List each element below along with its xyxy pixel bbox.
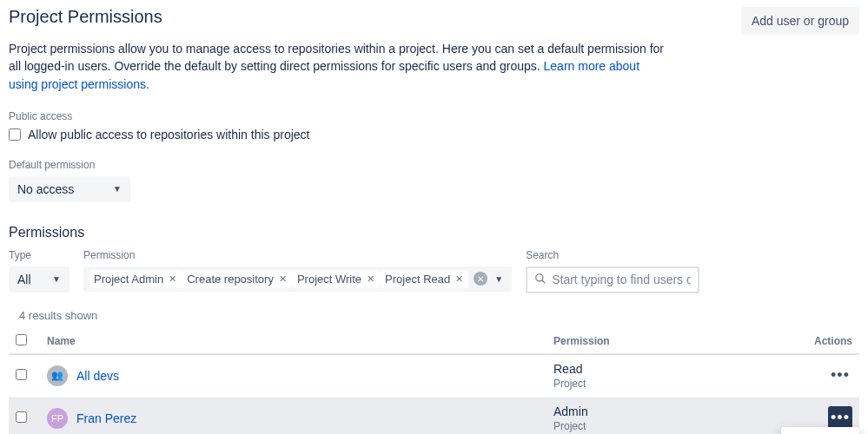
column-permission: Permission: [547, 329, 807, 354]
avatar: 👥: [47, 365, 68, 386]
public-access-checkbox[interactable]: [9, 128, 21, 141]
table-row: 👥All devsReadProject•••: [9, 354, 859, 398]
select-all-checkbox[interactable]: [16, 334, 27, 345]
table-row: FPFran PerezAdminProject•••EditRemove: [9, 397, 859, 434]
filter-chip: Project Write✕: [292, 270, 380, 288]
search-icon: [534, 273, 547, 287]
permission-value: Read: [553, 362, 800, 376]
permission-filter-label: Permission: [83, 249, 512, 261]
filter-chip: Project Admin✕: [89, 270, 182, 288]
chevron-down-icon: ▼: [113, 184, 122, 194]
filter-chip-label: Create repository: [187, 273, 274, 286]
column-actions: Actions: [807, 329, 859, 354]
user-name-link[interactable]: All devs: [76, 369, 119, 383]
remove-chip-icon[interactable]: ✕: [367, 273, 374, 285]
public-access-checkbox-label: Allow public access to repositories with…: [28, 128, 309, 141]
search-box[interactable]: [526, 266, 699, 293]
filter-chip: Project Read✕: [380, 270, 468, 288]
chevron-down-icon: ▼: [52, 274, 61, 284]
clear-filters-icon[interactable]: ✕: [474, 272, 487, 286]
type-select[interactable]: All ▼: [9, 266, 70, 293]
default-permission-label: Default permission: [9, 159, 859, 171]
type-label: Type: [9, 249, 70, 261]
permission-scope: Project: [553, 420, 800, 432]
page-title: Project Permissions: [9, 7, 162, 27]
row-actions-menu: EditRemove: [781, 427, 859, 434]
search-label: Search: [526, 249, 699, 261]
default-permission-select[interactable]: No access ▼: [9, 176, 130, 202]
filter-chip: Create repository✕: [182, 270, 292, 288]
svg-point-0: [536, 274, 543, 281]
public-access-label: Public access: [9, 110, 859, 122]
permission-scope: Project: [553, 378, 800, 390]
column-name: Name: [40, 329, 547, 354]
results-count: 4 results shown: [19, 309, 859, 322]
filter-chip-label: Project Read: [385, 273, 450, 286]
permission-filter-select[interactable]: Project Admin✕Create repository✕Project …: [83, 266, 512, 292]
permissions-table: Name Permission Actions 👥All devsReadPro…: [9, 329, 859, 434]
permissions-heading: Permissions: [9, 225, 859, 240]
search-input[interactable]: [552, 273, 691, 286]
svg-line-1: [542, 280, 546, 284]
avatar: FP: [47, 408, 68, 429]
row-actions-button[interactable]: •••: [828, 364, 852, 388]
row-checkbox[interactable]: [16, 411, 27, 423]
filter-chip-label: Project Admin: [94, 273, 163, 286]
type-value: All: [17, 273, 31, 286]
chevron-down-icon: ▼: [494, 274, 503, 284]
add-user-or-group-button[interactable]: Add user or group: [741, 7, 859, 35]
user-name-link[interactable]: Fran Perez: [76, 411, 136, 425]
row-checkbox[interactable]: [16, 369, 27, 380]
remove-chip-icon[interactable]: ✕: [455, 273, 463, 285]
filter-chip-label: Project Write: [297, 273, 361, 286]
page-description: Project permissions allow you to manage …: [9, 40, 669, 93]
default-permission-value: No access: [17, 182, 74, 196]
permission-value: Admin: [553, 404, 800, 418]
remove-chip-icon[interactable]: ✕: [169, 273, 176, 285]
remove-chip-icon[interactable]: ✕: [279, 273, 287, 285]
